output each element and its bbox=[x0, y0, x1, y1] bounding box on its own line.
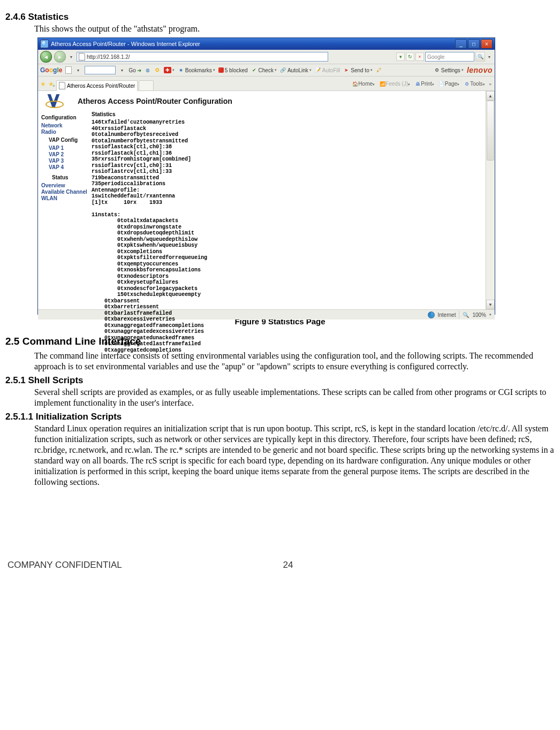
sidebar-link-radio[interactable]: Radio bbox=[41, 129, 92, 135]
favorites-star-icon[interactable]: ★ bbox=[40, 80, 46, 88]
window-minimize-button[interactable]: _ bbox=[455, 39, 467, 49]
viewport: Atheros Access Point/Router Configuratio… bbox=[38, 91, 495, 309]
statistics-heading: Statistics bbox=[92, 111, 485, 117]
google-autolink[interactable]: 🔗AutoLink▾ bbox=[280, 67, 312, 73]
page-body: Atheros Access Point/Router Configuratio… bbox=[38, 91, 486, 309]
sidebar-heading-configuration: Configuration bbox=[41, 115, 92, 120]
footer-page-number: 24 bbox=[283, 560, 293, 571]
url-text: http://192.168.1.2/ bbox=[87, 54, 130, 60]
search-input[interactable]: Google bbox=[425, 52, 474, 62]
cmd-overflow[interactable]: » bbox=[489, 82, 493, 87]
sidebar-link-vap1[interactable]: VAP 1 bbox=[49, 145, 92, 151]
atheros-logo-icon bbox=[46, 94, 62, 108]
para-init-scripts: Standard Linux operation requires an ini… bbox=[34, 423, 555, 488]
window-maximize-button[interactable]: □ bbox=[468, 39, 480, 49]
page-header: Atheros Access Point/Router Configuratio… bbox=[38, 91, 485, 108]
address-input[interactable]: http://192.168.1.2/ bbox=[77, 52, 328, 62]
forward-button[interactable]: ► bbox=[54, 51, 66, 63]
command-bar: ★ ★+ Atheros Access Point/Router 🏠Home▾ … bbox=[38, 77, 495, 91]
new-tab-button[interactable] bbox=[139, 80, 154, 91]
page-footer: COMPANY CONFIDENTIAL 24 bbox=[5, 560, 555, 571]
window-title: Atheros Access Point/Router - Windows In… bbox=[51, 41, 200, 47]
google-logo-dropdown[interactable] bbox=[65, 66, 72, 74]
footer-confidential: COMPANY CONFIDENTIAL bbox=[7, 560, 122, 571]
google-misc-icon2[interactable]: ✪ bbox=[154, 67, 161, 73]
nav-history-dropdown[interactable]: ▾ bbox=[68, 55, 74, 59]
sidebar-link-wlan[interactable]: WLAN bbox=[41, 195, 92, 201]
tab-label: Atheros Access Point/Router bbox=[67, 83, 135, 89]
scroll-down-button[interactable]: ▼ bbox=[486, 300, 495, 309]
sidebar-heading-vapconfig: VAP Config bbox=[49, 137, 92, 143]
cmd-print[interactable]: 🖶Print▾ bbox=[414, 81, 434, 87]
para-cli-intro: The command line interface consists of s… bbox=[34, 351, 555, 372]
window-titlebar: Atheros Access Point/Router - Windows In… bbox=[38, 38, 495, 50]
heading-2-5-1-1: 2.5.1.1 Initialization Scripts bbox=[5, 412, 555, 422]
google-search-chevron[interactable]: ▾ bbox=[119, 68, 125, 73]
google-sendto[interactable]: ➤Send to▾ bbox=[343, 67, 372, 73]
google-go-button[interactable]: Go➜ bbox=[128, 67, 141, 73]
sidebar-link-vap2[interactable]: VAP 2 bbox=[49, 151, 92, 157]
heading-2-5-1: 2.5.1 Shell Scripts bbox=[5, 375, 555, 386]
cmd-page[interactable]: 📄Page▾ bbox=[438, 81, 459, 87]
google-logo-chevron[interactable]: ▾ bbox=[75, 68, 81, 73]
google-toolbar: Google ▾ ▾ Go➜ ◍ ✪ ✚▾ ★Bookmarks▾ 🚫5 blo… bbox=[38, 64, 495, 77]
refresh-button[interactable]: ↻ bbox=[406, 52, 414, 61]
page-icon bbox=[79, 53, 85, 60]
stop-button[interactable]: × bbox=[415, 52, 424, 61]
statistics-output: 146txfailed'cuztoomanyretries 40txrssiof… bbox=[92, 119, 485, 353]
sidebar-link-vap3[interactable]: VAP 3 bbox=[49, 158, 92, 164]
google-highlight-icon[interactable]: 🖍 bbox=[376, 67, 382, 73]
sidebar-link-vap4[interactable]: VAP 4 bbox=[49, 164, 92, 170]
add-favorites-icon[interactable]: ★+ bbox=[48, 80, 54, 88]
para-shell-scripts: Several shell scripts are provided as ex… bbox=[34, 387, 555, 408]
sidebar-heading-status: Status bbox=[52, 174, 92, 180]
google-autofill[interactable]: 📝AutoFill bbox=[315, 67, 340, 73]
sidebar-link-overview[interactable]: Overview bbox=[41, 182, 92, 188]
cmd-feeds[interactable]: 📶Feeds (J)▾ bbox=[379, 81, 410, 87]
cmd-tools[interactable]: ⚙Tools▾ bbox=[464, 81, 485, 87]
cmd-home[interactable]: 🏠Home▾ bbox=[352, 81, 375, 87]
ie-icon bbox=[40, 40, 49, 48]
config-sidebar: Configuration Network Radio VAP Config V… bbox=[38, 108, 92, 353]
sidebar-link-network[interactable]: Network bbox=[41, 123, 92, 128]
google-plus-button[interactable]: ✚▾ bbox=[164, 67, 175, 73]
zoom-dropdown[interactable]: ▾ bbox=[489, 313, 491, 317]
scroll-up-button[interactable]: ▲ bbox=[486, 91, 495, 101]
search-provider-dropdown[interactable]: ▾ bbox=[486, 55, 493, 59]
address-toolbar: ◄ ► ▾ http://192.168.1.2/ ▾ ↻ × Google 🔍… bbox=[38, 50, 495, 64]
vertical-scrollbar[interactable]: ▲ ▼ bbox=[486, 91, 495, 309]
ie-browser-window: Atheros Access Point/Router - Windows In… bbox=[37, 37, 495, 315]
google-misc-icon1[interactable]: ◍ bbox=[145, 67, 151, 73]
tab-page-icon bbox=[59, 82, 65, 89]
google-check[interactable]: ✔Check▾ bbox=[251, 67, 277, 73]
heading-2-4-6: 2.4.6 Statistics bbox=[5, 12, 555, 22]
google-bookmarks[interactable]: ★Bookmarks▾ bbox=[178, 67, 215, 73]
google-logo: Google bbox=[40, 66, 62, 74]
para-statistics-intro: This shows the output of the "athstats" … bbox=[34, 24, 555, 34]
scroll-thumb[interactable] bbox=[487, 101, 494, 161]
back-button[interactable]: ◄ bbox=[40, 51, 52, 63]
browser-tab-active[interactable]: Atheros Access Point/Router bbox=[56, 80, 138, 91]
google-search-input[interactable] bbox=[85, 66, 116, 74]
lenovo-logo: lenovo bbox=[467, 66, 493, 74]
app-title: Atheros Access Point/Router Configuratio… bbox=[78, 97, 232, 105]
statistics-pane: Statistics 146txfailed'cuztoomanyretries… bbox=[92, 108, 485, 353]
google-popup-blocked[interactable]: 🚫5 blocked bbox=[218, 67, 248, 73]
window-close-button[interactable]: × bbox=[481, 39, 493, 49]
search-go-button[interactable]: 🔍 bbox=[475, 52, 485, 62]
sidebar-link-available-channel[interactable]: Available Channel bbox=[41, 189, 92, 195]
scroll-track[interactable] bbox=[486, 101, 495, 300]
search-placeholder: Google bbox=[427, 54, 444, 60]
google-settings[interactable]: ⚙Settings▾ bbox=[434, 67, 464, 73]
go-dropdown[interactable]: ▾ bbox=[396, 52, 405, 61]
